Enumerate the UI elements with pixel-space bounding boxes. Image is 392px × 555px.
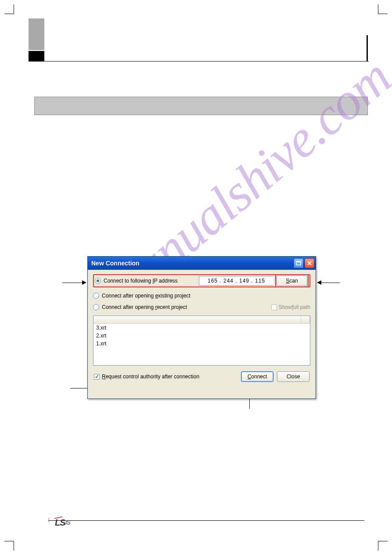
open-existing-label: Connect after opening existing project — [102, 293, 310, 299]
crop-mark — [4, 541, 14, 551]
dialog-titlebar[interactable]: New Connection — [88, 257, 316, 270]
list-header — [94, 316, 310, 324]
connect-button[interactable]: Connect — [241, 371, 273, 382]
open-existing-row: Connect after opening existing project — [93, 290, 310, 301]
list-item[interactable]: 3.xrt — [94, 324, 310, 332]
scan-button-highlight: Scan — [275, 274, 309, 287]
crop-mark — [378, 541, 388, 551]
annotation-arrow — [317, 280, 340, 285]
request-authority-label: Request control authority after connecti… — [102, 374, 199, 380]
list-item[interactable]: 1.xrt — [94, 340, 310, 348]
open-existing-radio[interactable] — [93, 293, 99, 299]
scan-button[interactable]: Scan — [277, 276, 307, 286]
close-button[interactable]: Close — [277, 371, 309, 382]
open-recent-row: Connect after opening recent project Sho… — [93, 301, 310, 313]
annotation-arrow — [62, 280, 86, 285]
recent-projects-list[interactable]: 3.xrt 2.xrt 1.xrt — [93, 316, 310, 366]
list-item[interactable]: 2.xrt — [94, 332, 310, 340]
page-header-decoration — [29, 51, 44, 62]
crop-mark — [378, 4, 388, 14]
page-section-bar — [34, 97, 368, 115]
page-footer-rule — [48, 520, 364, 521]
page-header-decoration — [29, 18, 44, 50]
ip-address-input[interactable]: 165 . 244 . 149 . 115 — [199, 276, 273, 286]
connect-ip-label: Connect to following IP address — [104, 278, 199, 284]
window-alt-icon[interactable] — [294, 258, 303, 268]
page-footer-pipe: | — [48, 517, 50, 522]
new-connection-dialog: New Connection Connect to following IP a… — [87, 256, 316, 399]
show-full-path-check — [271, 305, 277, 310]
open-recent-radio[interactable] — [93, 304, 99, 310]
svg-rect-1 — [296, 261, 301, 262]
request-authority-checkbox[interactable]: ✓ — [94, 374, 100, 380]
dialog-footer: ✓ Request control authority after connec… — [93, 373, 310, 385]
page-header-rule — [367, 35, 368, 62]
page-header-rule — [44, 61, 369, 62]
connect-ip-row: Connect to following IP address 165 . 24… — [93, 274, 310, 287]
show-full-path-checkbox: Show full path — [271, 304, 310, 310]
connect-ip-radio[interactable] — [95, 278, 101, 284]
crop-mark — [4, 4, 14, 14]
dialog-title: New Connection — [91, 260, 292, 267]
close-icon[interactable] — [305, 258, 314, 268]
brand-logo: LSIS — [55, 518, 78, 528]
open-recent-label: Connect after opening recent project — [102, 304, 187, 310]
